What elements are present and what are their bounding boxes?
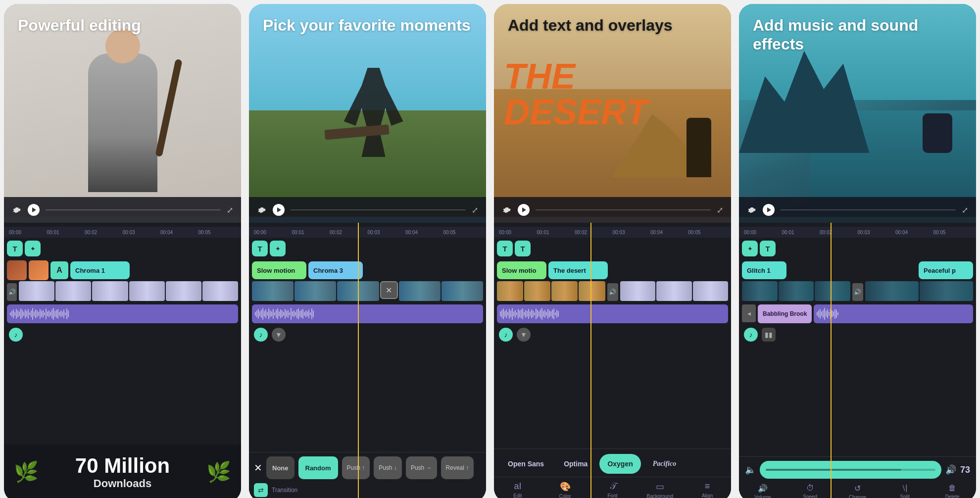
transition-toolbar: ✕ None Random Push ↑ Push ↓ Push → Revea… [249,452,486,498]
gear-icon-4[interactable] [747,205,757,215]
text-tool-4[interactable]: T [760,241,776,256]
play-button-2[interactable] [273,204,285,216]
reveal-up-chip[interactable]: Reveal ↑ [441,456,474,479]
play-button-1[interactable] [28,204,40,216]
font-oxygen-active[interactable]: Oxygen [599,454,640,474]
music-badge-2[interactable]: ♪ [254,328,268,342]
video-controls-3[interactable]: ⤢ [494,197,731,223]
play-button-4[interactable] [763,204,775,216]
text-clip-a[interactable]: A [50,261,68,279]
music-badge-3[interactable]: ♪ [499,328,513,342]
wbar [10,312,11,315]
wbar [51,309,52,318]
timeline-1: 00:00 00:01 00:02 00:03 00:04 00:05 T ✦ … [4,223,241,498]
wb [291,308,292,320]
text-tool-3b[interactable]: T [515,241,531,256]
wb3 [547,309,548,319]
wb [296,309,297,318]
thumb-cell-6 [202,281,238,301]
edit-tool-item[interactable]: aI Edit [494,477,541,498]
expand-icon-2[interactable]: ⤢ [472,205,478,215]
speed-tool-item[interactable]: ⏱ Speed [786,481,834,498]
push-right-chip[interactable]: Push → [406,456,437,479]
wb3 [556,310,557,318]
font-tool-item[interactable]: 𝒯 Font [589,477,637,498]
volume-tools-row: 🔊 Volume ⏱ Speed ↺ Change ⧵| Split [739,481,976,498]
person-thumb-2 [656,281,692,301]
video-controls-1[interactable]: ⤢ [4,197,241,223]
wb3 [500,311,501,316]
desert-text-overlay: THE DESERT [504,58,648,130]
play-button-3[interactable] [518,204,530,216]
volume-tool-item[interactable]: 🔊 Volume [739,481,786,498]
slow-motion-clip-3[interactable]: Slow motio [497,261,546,279]
gear-icon-2[interactable] [257,205,267,215]
expand-icon-4[interactable]: ⤢ [962,205,968,215]
time-mark-0: 00:00 [9,230,47,235]
music-badge-4[interactable]: ♪ [744,328,758,342]
wb [276,310,277,318]
text-tool-button-1[interactable]: T [7,241,23,256]
wbar [32,308,33,320]
font-pacifico[interactable]: Pacifico [645,454,684,474]
push-down-chip[interactable]: Push ↓ [374,456,402,479]
wbar [50,312,51,316]
font-optima[interactable]: Optima [556,454,595,474]
wb [311,308,312,319]
track-tools-3: T T [494,238,731,259]
t4-m3: 00:03 [858,230,896,235]
audio-icon-3: 🔊 [607,283,618,301]
wbar [63,309,64,318]
wbar [37,310,38,317]
slider-track [766,469,935,471]
split-tool-item[interactable]: ⧵| Split [881,481,929,498]
wb3 [536,308,537,319]
music-badge-1[interactable]: ♪ [9,328,23,342]
desert-line-1: THE [504,58,648,94]
none-chip[interactable]: None [266,456,294,479]
second-music-badge[interactable]: ▼ [272,328,286,342]
crop-indicator-x[interactable]: ✕ [380,281,398,299]
text-tool-3a[interactable]: T [497,241,513,256]
background-tool-item[interactable]: ▭ Background [636,477,684,498]
text-tool-2[interactable]: T [252,241,268,256]
skate-thumb-5 [441,281,483,301]
clip-track-4: Glitch 1 Peaceful p [739,259,976,281]
babbling-brook-clip[interactable]: Babbling Brook [758,304,812,323]
magic-tool-4[interactable]: ✦ [742,241,758,256]
wb [270,310,271,317]
wb4 [833,311,834,316]
eq-badge-4[interactable]: ▮▮ [762,328,776,342]
chroma-3-clip[interactable]: Chroma 3 [308,261,363,279]
expand-icon-3[interactable]: ⤢ [717,205,723,215]
volume-slider[interactable] [760,461,941,479]
video-controls-2[interactable]: ⤢ [249,197,486,223]
peaceful-clip[interactable]: Peaceful p [919,261,973,279]
gear-icon[interactable] [12,205,22,215]
color-tool-item[interactable]: 🎨 Color [541,477,589,498]
magic-tool-2[interactable]: ✦ [270,241,286,256]
timeline-2: 00:00 00:01 00:02 00:03 00:04 00:05 T ✦ … [249,223,486,498]
progress-bar-3 [536,209,711,210]
font-open-sans[interactable]: Open Sans [500,454,552,474]
delete-label: Delete [945,494,960,498]
skate-thumb-4 [399,281,441,301]
random-chip-active[interactable]: Random [298,456,338,479]
volume-row: 🔈 🔊 73 [739,457,976,481]
gear-icon-3[interactable] [502,205,512,215]
second-badge-3[interactable]: ▼ [517,328,531,342]
delete-tool-item[interactable]: 🗑 Delete [929,481,976,498]
magic-tool-button-1[interactable]: ✦ [25,241,41,256]
push-up-chip[interactable]: Push ↑ [342,456,370,479]
change-tool-item[interactable]: ↺ Change [834,481,882,498]
close-transition-button[interactable]: ✕ [254,462,262,474]
glitch-1-clip[interactable]: Glitch 1 [742,261,786,279]
align-tool-item[interactable]: ≡ Align [684,477,731,498]
audio-scroll-left[interactable]: ◂ [742,304,756,322]
video-controls-4[interactable]: ⤢ [739,197,976,223]
desert-clip[interactable]: The desert [548,261,608,279]
expand-icon[interactable]: ⤢ [227,205,233,215]
wbar [20,308,21,319]
slow-motion-clip-2[interactable]: Slow motion [252,261,306,279]
chroma-1-clip[interactable]: Chroma 1 [70,261,130,279]
